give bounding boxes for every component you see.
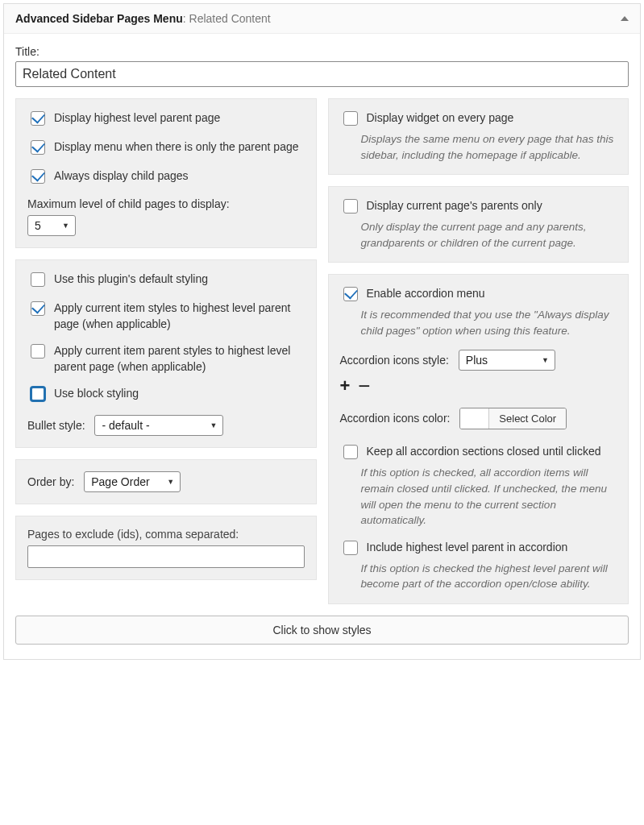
panel-styling: Use this plugin's default styling Apply …	[15, 259, 317, 448]
chk-apply-current-item[interactable]	[31, 301, 45, 316]
chk-enable-accordion[interactable]	[343, 287, 358, 301]
chk-keep-closed[interactable]	[343, 445, 358, 459]
columns: Display highest level parent page Displa…	[15, 98, 629, 604]
chk-parents-only[interactable]	[343, 199, 358, 214]
chk-default-styling[interactable]	[31, 272, 45, 287]
panel-every-page: Display widget on every page Displays th…	[328, 98, 629, 175]
max-level-label: Maximum level of child pages to display:	[27, 197, 305, 210]
max-level-select[interactable]: 5	[27, 215, 76, 236]
widget-title-sub: : Related Content	[183, 12, 271, 25]
panel-order: Order by: Page Order	[15, 459, 317, 504]
chk-always-child[interactable]	[31, 169, 45, 184]
opt-always-child[interactable]: Always display child pages	[27, 168, 305, 186]
chk-display-menu-only-parent[interactable]	[31, 140, 45, 155]
title-field-row: Title:	[15, 45, 629, 87]
order-label: Order by:	[27, 475, 74, 488]
title-input[interactable]	[15, 61, 629, 87]
bullet-select[interactable]: - default -	[94, 415, 223, 436]
widget-title-main: Advanced Sidebar Pages Menu	[15, 12, 183, 25]
title-label: Title:	[15, 45, 629, 58]
icons-style-label: Accordion icons style:	[340, 354, 449, 367]
desc-enable-accordion: It is recommended that you use the "Alwa…	[361, 307, 617, 338]
panel-parents-only: Display current page's parents only Only…	[328, 186, 629, 263]
icons-style-select[interactable]: Plus	[459, 350, 555, 371]
exclude-label: Pages to exclude (ids), comma separated:	[27, 528, 305, 541]
icons-color-row: Accordion icons color: Select Color	[340, 408, 617, 429]
show-styles-button[interactable]: Click to show styles	[15, 616, 629, 645]
chk-block-styling[interactable]	[31, 387, 45, 401]
bullet-row: Bullet style: - default -	[27, 415, 305, 436]
chk-every-page[interactable]	[343, 111, 358, 126]
exclude-input[interactable]	[27, 545, 305, 568]
desc-include-highest: If this option is checked the highest le…	[361, 561, 617, 592]
opt-apply-current-parent[interactable]: Apply current item parent styles to high…	[27, 343, 305, 375]
opt-display-menu-only-parent[interactable]: Display menu when there is only the pare…	[27, 139, 305, 157]
color-picker[interactable]: Select Color	[459, 408, 567, 429]
widget-header[interactable]: Advanced Sidebar Pages Menu: Related Con…	[4, 4, 640, 34]
widget-container: Advanced Sidebar Pages Menu: Related Con…	[3, 3, 641, 660]
opt-default-styling[interactable]: Use this plugin's default styling	[27, 272, 305, 289]
styles-row: Click to show styles	[15, 616, 629, 645]
opt-include-highest[interactable]: Include highest level parent in accordio…	[340, 540, 617, 558]
opt-keep-closed[interactable]: Keep all accordion sections closed until…	[340, 444, 617, 462]
opt-every-page[interactable]: Display widget on every page	[340, 110, 617, 128]
panel-display-options: Display highest level parent page Displa…	[15, 98, 317, 248]
opt-enable-accordion[interactable]: Enable accordion menu	[340, 286, 617, 304]
chk-display-highest[interactable]	[31, 111, 45, 126]
widget-title: Advanced Sidebar Pages Menu: Related Con…	[15, 12, 271, 25]
widget-body: Title: Display highest level parent page	[4, 34, 640, 659]
max-level-row: Maximum level of child pages to display:…	[27, 197, 305, 236]
left-column: Display highest level parent page Displa…	[15, 98, 317, 604]
icons-color-label: Accordion icons color:	[340, 412, 451, 425]
desc-every-page: Displays the same menu on every page tha…	[361, 131, 617, 163]
chk-apply-current-parent[interactable]	[31, 344, 45, 359]
desc-keep-closed: If this option is checked, all accordion…	[361, 465, 617, 528]
opt-display-highest[interactable]: Display highest level parent page	[27, 110, 305, 128]
color-swatch[interactable]	[460, 408, 489, 429]
chk-include-highest[interactable]	[343, 541, 358, 555]
plus-icon: +	[340, 375, 351, 396]
select-color-button[interactable]: Select Color	[489, 408, 566, 429]
desc-parents-only: Only display the current page and any pa…	[361, 219, 617, 251]
opt-apply-current-item[interactable]: Apply current item styles to highest lev…	[27, 301, 305, 332]
icons-style-row: Accordion icons style: Plus	[340, 350, 617, 371]
panel-exclude: Pages to exclude (ids), comma separated:	[15, 516, 317, 580]
panel-accordion: Enable accordion menu It is recommended …	[328, 274, 629, 604]
bullet-label: Bullet style:	[27, 419, 85, 432]
opt-block-styling[interactable]: Use block styling	[27, 386, 305, 404]
collapse-icon[interactable]	[621, 16, 629, 21]
right-column: Display widget on every page Displays th…	[328, 98, 629, 604]
icons-preview: + −	[340, 375, 617, 396]
opt-parents-only[interactable]: Display current page's parents only	[340, 198, 617, 216]
order-select[interactable]: Page Order	[84, 471, 181, 492]
